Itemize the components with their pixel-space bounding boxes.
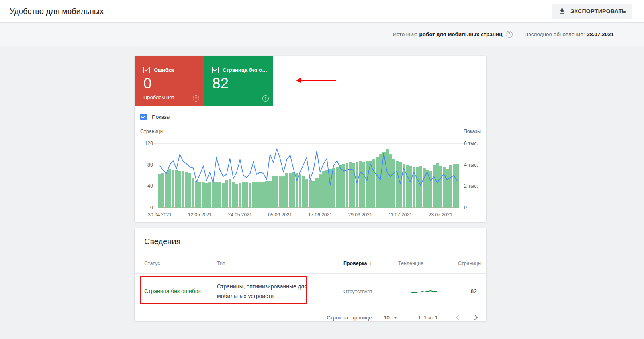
valid-card-value: 82 bbox=[212, 76, 268, 91]
status-link[interactable]: Страница без ошибок bbox=[144, 288, 217, 294]
dropdown-caret-icon[interactable] bbox=[393, 317, 397, 319]
left-axis-title: Страницы bbox=[140, 129, 164, 134]
details-title: Сведения bbox=[144, 237, 180, 246]
trend-sparkline bbox=[410, 288, 437, 294]
right-tick-6k: 6 тыс. bbox=[464, 141, 478, 146]
source-value: робот для мобильных страниц bbox=[419, 31, 503, 37]
validation-text: Отсутствует bbox=[343, 288, 398, 294]
source-info: Источник: робот для мобильных страниц bbox=[393, 31, 512, 38]
impressions-toggle-row: Показы bbox=[140, 113, 486, 120]
column-header-validation[interactable]: Проверка bbox=[343, 260, 398, 266]
filter-icon[interactable] bbox=[470, 239, 477, 244]
updated-value: 28.07.2021 bbox=[587, 31, 614, 37]
updated-label: Последнее обновление: bbox=[525, 31, 585, 37]
source-label: Источник: bbox=[393, 31, 417, 37]
column-header-pages[interactable]: Страницы bbox=[458, 261, 482, 266]
next-page-button[interactable] bbox=[472, 315, 478, 320]
x-tick-label: 30.04.2021 bbox=[148, 212, 172, 218]
export-button-label: ЭКСПОРТИРОВАТЬ bbox=[570, 8, 626, 14]
x-tick-label: 29.06.2021 bbox=[348, 212, 372, 218]
right-tick-0: 0 bbox=[464, 205, 467, 210]
impressions-label: Показы bbox=[152, 114, 170, 120]
x-axis-labels: 30.04.202112.05.202124.05.202105.06.2021… bbox=[158, 212, 459, 218]
x-tick-label: 12.05.2021 bbox=[188, 212, 212, 218]
type-text: Страницы, оптимизированные для мобильных… bbox=[217, 282, 310, 301]
right-tick-2k: 2 тыс. bbox=[464, 183, 478, 189]
column-header-trend[interactable]: Тенденция bbox=[398, 261, 458, 266]
meta-bar: Источник: робот для мобильных страниц По… bbox=[0, 23, 644, 46]
chart-plot[interactable]: Страницы Показы 120 80 40 0 6 тыс. 4 тыс… bbox=[158, 143, 459, 208]
error-help-icon[interactable] bbox=[193, 95, 199, 102]
table-header-row: Статус Тип Проверка Тенденция Страницы bbox=[135, 259, 486, 268]
summary-tiles: Ошибка 0 Проблем нет Страница без о… 82 bbox=[135, 56, 486, 106]
valid-card[interactable]: Страница без о… 82 bbox=[204, 56, 273, 106]
updated-info: Последнее обновление: 28.07.2021 bbox=[525, 31, 614, 37]
download-icon bbox=[558, 8, 566, 15]
mobile-usability-report: { "header": { "title": "Удобство для моб… bbox=[0, 0, 644, 339]
error-card-label: Ошибка bbox=[154, 67, 174, 73]
table-row[interactable]: Страница без ошибок Страницы, оптимизиро… bbox=[135, 274, 486, 309]
report-content: Ошибка 0 Проблем нет Страница без о… 82 bbox=[135, 56, 486, 321]
trend-sparkline-line bbox=[410, 291, 437, 292]
pages-value: 82 bbox=[470, 288, 477, 294]
trend-cell bbox=[398, 288, 458, 294]
chart-card: Ошибка 0 Проблем нет Страница без о… 82 bbox=[135, 56, 486, 222]
left-tick-0: 0 bbox=[150, 205, 153, 210]
error-card-value: 0 bbox=[143, 76, 199, 91]
impressions-line-series bbox=[158, 143, 459, 208]
sort-desc-icon bbox=[370, 260, 372, 266]
x-tick-label: 11.07.2021 bbox=[389, 212, 412, 218]
x-tick-label: 23.07.2021 bbox=[429, 212, 452, 218]
page-title: Удобство для мобильных bbox=[10, 7, 104, 16]
pagination-bar: Строк на странице: 10 1–1 из 1 bbox=[135, 309, 486, 326]
page-range: 1–1 из 1 bbox=[418, 315, 438, 321]
error-checkbox[interactable] bbox=[143, 67, 150, 73]
details-card: Сведения Статус Тип Проверка Тенденция С… bbox=[135, 228, 486, 321]
column-header-type[interactable]: Тип bbox=[217, 261, 343, 266]
right-axis-title: Показы bbox=[464, 129, 481, 134]
right-tick-4k: 4 тыс. bbox=[464, 162, 478, 168]
x-tick-label: 17.06.2021 bbox=[308, 212, 332, 218]
x-tick-label: 24.05.2021 bbox=[228, 212, 252, 218]
x-tick-label: 05.06.2021 bbox=[268, 212, 292, 218]
source-help-icon[interactable] bbox=[506, 31, 513, 38]
prev-page-button[interactable] bbox=[456, 315, 462, 320]
left-tick-40: 40 bbox=[147, 183, 153, 189]
error-card-subtext: Проблем нет bbox=[143, 94, 199, 100]
export-button[interactable]: ЭКСПОРТИРОВАТЬ bbox=[552, 4, 632, 19]
error-card[interactable]: Ошибка 0 Проблем нет bbox=[135, 56, 204, 106]
left-tick-80: 80 bbox=[147, 162, 153, 168]
rows-per-page-value[interactable]: 10 bbox=[384, 315, 389, 321]
impressions-checkbox[interactable] bbox=[140, 114, 147, 120]
left-tick-120: 120 bbox=[145, 141, 153, 146]
rows-per-page-label: Строк на странице: bbox=[327, 315, 374, 321]
impressions-line bbox=[160, 149, 457, 185]
valid-card-label: Страница без о… bbox=[223, 67, 267, 73]
topbar: Удобство для мобильных ЭКСПОРТИРОВАТЬ bbox=[0, 0, 644, 23]
column-header-status[interactable]: Статус bbox=[144, 261, 217, 266]
valid-checkbox[interactable] bbox=[212, 67, 219, 73]
valid-help-icon[interactable] bbox=[262, 95, 269, 102]
